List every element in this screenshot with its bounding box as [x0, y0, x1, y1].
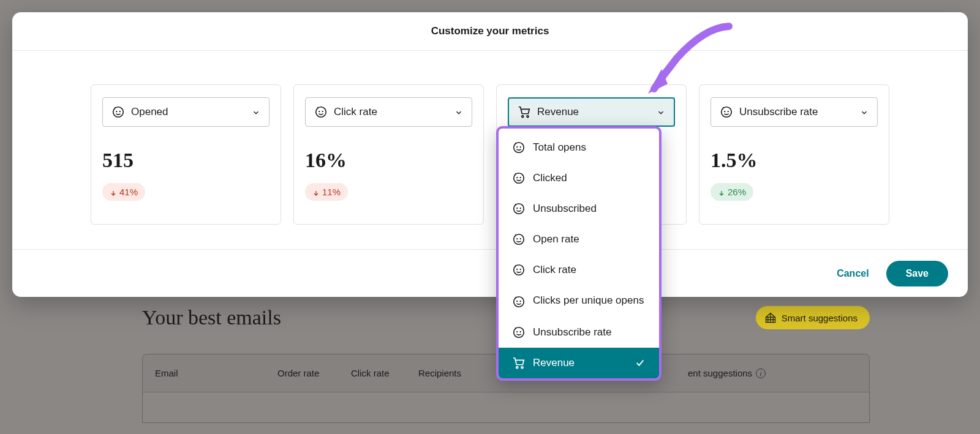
svg-point-16 — [520, 177, 521, 178]
dropdown-option-label: Open rate — [533, 233, 579, 245]
metric-delta: 11% — [305, 183, 348, 201]
freddie-icon — [512, 233, 526, 246]
svg-point-13 — [520, 146, 521, 148]
chevron-down-icon — [252, 108, 260, 116]
customize-metrics-modal: Customize your metrics Opened 515 — [12, 12, 968, 297]
svg-point-21 — [516, 238, 518, 239]
svg-point-22 — [520, 238, 521, 239]
metric-card-click-rate: Click rate 16% 11% — [293, 84, 484, 225]
svg-point-28 — [520, 301, 521, 302]
dropdown-option-label: Unsubscribed — [533, 203, 597, 215]
dropdown-option-click-rate[interactable]: Click rate — [499, 255, 659, 285]
metric-card-opened: Opened 515 41% — [91, 84, 281, 225]
dropdown-option-clicks-per-unique-opens[interactable]: Clicks per unique opens — [499, 285, 659, 317]
metric-select-label: Revenue — [537, 106, 579, 118]
metric-select-click-rate[interactable]: Click rate — [305, 97, 472, 127]
svg-point-27 — [516, 301, 518, 302]
metric-select-opened[interactable]: Opened — [102, 97, 270, 127]
dropdown-option-label: Clicks per unique opens — [533, 294, 644, 308]
chevron-down-icon — [860, 108, 869, 116]
modal-overlay: Customize your metrics Opened 515 — [0, 0, 980, 434]
dropdown-option-label: Unsubscribe rate — [533, 326, 612, 339]
svg-point-18 — [516, 208, 518, 209]
metric-select-revenue[interactable]: Revenue — [508, 97, 675, 127]
svg-point-4 — [318, 111, 320, 112]
metric-select-unsubscribe-rate[interactable]: Unsubscribe rate — [710, 97, 878, 127]
svg-point-31 — [520, 331, 521, 332]
metric-delta: 26% — [710, 183, 753, 201]
svg-point-7 — [527, 116, 529, 118]
freddie-icon — [512, 295, 526, 309]
dropdown-option-total-opens[interactable]: Total opens — [499, 132, 659, 163]
freddie-icon — [512, 141, 526, 154]
svg-point-0 — [113, 107, 124, 118]
svg-point-14 — [514, 173, 524, 184]
svg-point-24 — [516, 269, 518, 270]
svg-point-10 — [728, 111, 729, 112]
svg-point-8 — [722, 107, 732, 118]
metric-value: 515 — [102, 149, 270, 172]
modal-body: Opened 515 41% — [12, 51, 968, 249]
dropdown-option-label: Clicked — [533, 172, 567, 184]
dropdown-option-open-rate[interactable]: Open rate — [499, 224, 659, 255]
freddie-icon — [512, 202, 526, 215]
svg-point-6 — [522, 116, 524, 118]
dropdown-option-label: Revenue — [533, 357, 575, 369]
dropdown-option-label: Click rate — [533, 264, 576, 276]
svg-point-32 — [516, 367, 518, 369]
arrow-down-icon — [718, 189, 725, 196]
freddie-icon — [512, 171, 526, 185]
svg-point-3 — [316, 107, 326, 118]
metric-delta: 41% — [102, 183, 145, 201]
metric-dropdown[interactable]: Total opens Clicked Unsubscribed Open ra… — [496, 126, 662, 381]
metric-select-label: Click rate — [334, 106, 377, 118]
svg-point-25 — [520, 269, 521, 270]
freddie-icon — [720, 105, 733, 119]
freddie-icon — [314, 105, 328, 119]
svg-point-30 — [516, 331, 518, 332]
arrow-down-icon — [312, 189, 320, 196]
cart-icon — [518, 105, 531, 119]
dropdown-option-label: Total opens — [533, 141, 586, 154]
modal-title: Customize your metrics — [12, 12, 968, 51]
metric-select-label: Unsubscribe rate — [739, 106, 818, 118]
svg-point-33 — [521, 367, 523, 369]
svg-point-23 — [514, 265, 524, 275]
check-icon — [635, 357, 646, 369]
svg-point-19 — [520, 208, 521, 209]
cancel-button[interactable]: Cancel — [837, 268, 869, 279]
freddie-icon — [512, 326, 526, 339]
svg-point-29 — [514, 327, 524, 338]
svg-point-2 — [119, 111, 121, 112]
metric-value: 16% — [305, 149, 472, 172]
svg-point-17 — [514, 204, 524, 214]
svg-point-12 — [516, 146, 518, 148]
svg-point-15 — [516, 177, 518, 178]
metric-select-label: Opened — [131, 106, 168, 118]
dropdown-option-unsubscribe-rate[interactable]: Unsubscribe rate — [499, 317, 659, 348]
metric-value: 1.5% — [710, 149, 878, 172]
svg-point-20 — [514, 234, 524, 245]
svg-point-1 — [116, 111, 117, 112]
svg-point-9 — [724, 111, 725, 112]
chevron-down-icon — [454, 108, 463, 116]
arrow-down-icon — [110, 189, 117, 196]
save-button[interactable]: Save — [886, 261, 948, 286]
dropdown-option-unsubscribed[interactable]: Unsubscribed — [499, 193, 659, 224]
svg-point-5 — [322, 111, 323, 112]
modal-footer: Cancel Save — [12, 249, 968, 297]
chevron-down-icon — [657, 108, 665, 116]
dropdown-option-clicked[interactable]: Clicked — [499, 163, 659, 193]
freddie-icon — [512, 263, 526, 277]
svg-point-11 — [514, 143, 524, 153]
dropdown-option-revenue[interactable]: Revenue — [499, 348, 659, 378]
cart-icon — [512, 356, 526, 370]
svg-point-26 — [514, 297, 524, 307]
metric-card-unsubscribe-rate: Unsubscribe rate 1.5% 26% — [699, 84, 889, 225]
freddie-icon — [111, 105, 125, 119]
